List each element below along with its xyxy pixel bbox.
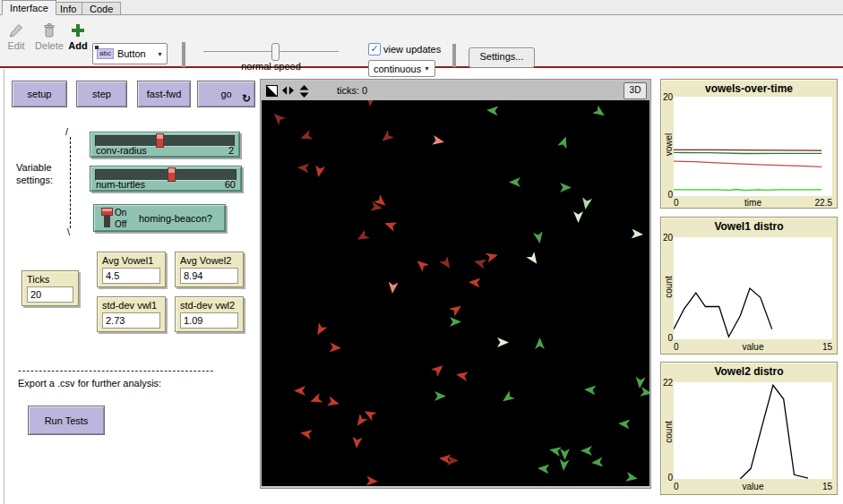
turtle: [383, 218, 398, 232]
delete-button[interactable]: Delete: [32, 22, 66, 51]
turtle: [509, 177, 520, 187]
toolbar: Edit Delete Add abc Button ▼ normal spee…: [0, 15, 843, 68]
delete-button-label: Delete: [35, 40, 64, 51]
turtle: [447, 456, 459, 466]
plot-area: [674, 97, 832, 196]
x-axis-label: value: [674, 482, 832, 491]
turtle: [618, 418, 631, 429]
switch-on-label: On: [115, 207, 126, 218]
widget-type-dropdown-value: Button: [117, 48, 146, 59]
go-button-label: go: [220, 89, 231, 99]
y-tick-max: 20: [661, 92, 673, 102]
turtle: [560, 448, 570, 460]
monitor-label: std-dev vwl1: [102, 300, 160, 311]
vertical-resize-icon[interactable]: [298, 85, 310, 97]
export-note: Export a .csv for further analysis:: [18, 378, 161, 389]
turtle: [591, 457, 604, 467]
slider-conv-radius[interactable]: conv-radius 2: [90, 132, 240, 158]
settings-button[interactable]: Settings...: [469, 47, 535, 68]
chevron-down-icon: ▼: [157, 51, 163, 57]
switch-homing-beacon[interactable]: On Off homing-beacon?: [93, 204, 226, 232]
edit-button[interactable]: Edit: [4, 22, 29, 51]
tab-info[interactable]: Info: [52, 2, 84, 15]
turtle: [581, 446, 592, 456]
y-axis-label: count: [664, 406, 674, 459]
turtle: [473, 257, 486, 269]
pencil-icon: [8, 22, 24, 38]
monitor-value: 2.73: [102, 312, 160, 329]
y-tick-max: 20: [661, 233, 673, 243]
tab-code[interactable]: Code: [82, 2, 121, 15]
panel-left-border: [4, 69, 4, 504]
monitor-label: Ticks: [27, 274, 73, 285]
turtle: [432, 135, 445, 147]
button-widget-icon: abc: [97, 48, 114, 59]
view-3d-button[interactable]: 3D: [624, 82, 647, 99]
monitor-std-dev-vwl1: std-dev vwl1 2.73: [97, 296, 166, 332]
plot-series-vowel2-avg-dark-green: [674, 152, 821, 153]
world-header: ticks: 0 3D: [262, 81, 649, 100]
slider-num-turtles[interactable]: num-turtles 60: [90, 166, 242, 192]
turtle: [449, 302, 464, 316]
fast-fwd-button-label: fast-fwd: [147, 89, 182, 99]
switch-label: homing-beacon?: [139, 213, 212, 224]
plot-title: Vowel1 distro: [661, 220, 837, 233]
turtle: [294, 386, 305, 396]
turtle: [497, 337, 509, 347]
setup-button[interactable]: setup: [12, 81, 67, 107]
toolbar-separator: [452, 44, 456, 67]
turtle: [560, 183, 572, 192]
turtle: [533, 231, 545, 244]
monitor-std-dev-vwl2: std-dev vwl2 1.09: [175, 296, 244, 332]
turtle: [535, 337, 545, 349]
view-updates-label: view updates: [383, 44, 441, 55]
monitor-value: 8.94: [180, 268, 238, 284]
go-button[interactable]: go ↻: [197, 81, 255, 107]
x-axis-label: time: [674, 198, 832, 208]
turtle: [581, 197, 592, 210]
fast-fwd-button[interactable]: fast-fwd: [137, 81, 191, 107]
setup-button-label: setup: [28, 89, 52, 99]
plot-series-vowel1-count: [674, 288, 772, 337]
monitor-avg-vowel1: Avg Vowel1 4.5: [97, 252, 166, 287]
step-button[interactable]: step: [76, 81, 127, 107]
tab-bar: Interface Info Code: [0, 0, 843, 15]
turtle: [455, 370, 469, 381]
turtle: [309, 393, 323, 406]
y-tick-min: 0: [661, 333, 673, 343]
slider-label: conv-radius: [96, 145, 147, 156]
view-updates-checkbox[interactable]: ✓: [368, 43, 381, 56]
add-button-label: Add: [68, 40, 87, 51]
turtle: [632, 228, 644, 239]
y-axis-label: count: [664, 261, 674, 314]
plot-vowel1-distro: Vowel1 distro 20 0 count 0 15 value: [660, 217, 838, 355]
divider-dashes: ----------------------------------------…: [18, 364, 214, 375]
update-mode-dropdown[interactable]: continuous ▼: [368, 60, 435, 77]
update-mode-value: continuous: [374, 64, 421, 74]
monitor-value: 4.5: [102, 268, 160, 284]
monitor-value: 20: [27, 286, 73, 303]
speed-slider-handle[interactable]: [271, 43, 280, 61]
world-frame: ticks: 0 3D: [260, 79, 651, 489]
switch-off-label: Off: [115, 218, 126, 230]
turtle: [365, 100, 375, 107]
world-view[interactable]: [262, 100, 649, 486]
widget-type-dropdown[interactable]: abc Button ▼: [92, 43, 168, 64]
toggle-knob-icon[interactable]: [101, 208, 113, 216]
bracket-bottom: \: [67, 226, 70, 237]
plot-series-vowel1-avg-red: [674, 161, 821, 167]
slider-value: 2: [228, 145, 234, 156]
bracket-line: [70, 137, 71, 228]
horizontal-resize-icon[interactable]: [282, 85, 294, 97]
add-button[interactable]: Add: [66, 22, 90, 51]
turtle: [450, 317, 461, 327]
turtle: [313, 322, 327, 337]
settings-button-label: Settings...: [480, 51, 524, 62]
corner-resize-icon[interactable]: [266, 85, 278, 97]
turtle: [640, 387, 649, 398]
run-tests-button[interactable]: Run Tests: [28, 406, 105, 435]
tab-interface[interactable]: Interface: [2, 0, 56, 15]
turtle: [548, 445, 562, 457]
turtle: [299, 130, 314, 143]
turtle: [573, 211, 583, 223]
